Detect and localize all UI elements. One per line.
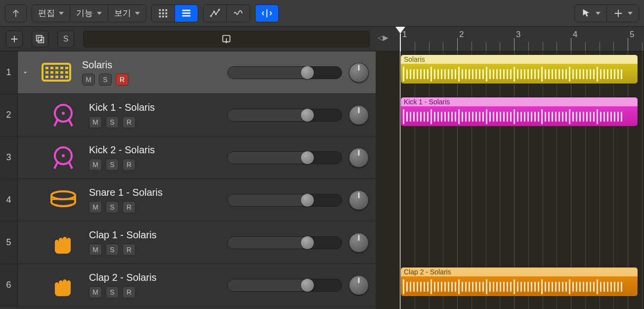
solo-button[interactable]: S [106,116,119,128]
svg-rect-5 [166,12,168,14]
chevron-down-icon [135,12,140,15]
track-number: 2 [0,94,18,136]
grid-icon [158,8,169,19]
svg-rect-7 [162,15,164,17]
view-menu[interactable]: 보기 [108,5,146,22]
track-number: 4 [0,179,18,221]
volume-slider[interactable] [227,151,342,164]
track-name: Clap 2 - Solaris [89,272,227,283]
volume-slider[interactable] [227,66,342,79]
kick-icon [40,136,87,178]
chevron-down-icon [596,12,601,15]
volume-slider[interactable] [227,109,342,122]
track-row[interactable]: 6Clap 2 - SolarisMSR [0,264,376,307]
snap-tool[interactable] [607,5,639,22]
list-view-button[interactable] [175,5,198,22]
track-header-bar: S [0,27,376,51]
region[interactable]: Kick 1 - Solaris [400,97,638,127]
global-solo-button[interactable]: S [57,31,74,47]
region-name: Kick 1 - Solaris [401,97,638,106]
drum-machine-icon [33,51,80,93]
global-solo-label: S [63,35,69,44]
list-icon [181,8,192,19]
record-enable-button[interactable]: R [123,244,135,256]
pan-knob[interactable] [349,233,369,253]
svg-rect-10 [182,12,191,14]
region[interactable]: Clap 2 - Solaris [400,267,638,297]
flex-icon [233,8,244,19]
pointer-tool[interactable] [575,5,607,22]
track-number: 1 [0,51,18,93]
main-area: S 1SolarisMSR2Kick 1 - SolarisMSR3Kick 2… [0,27,644,309]
region-name: Solaris [401,55,638,64]
track-inspector-button[interactable] [83,31,370,47]
grid-view-button[interactable] [152,5,175,22]
solo-button[interactable]: S [106,201,119,213]
mute-button[interactable]: M [89,116,102,128]
back-up-button[interactable] [5,5,26,22]
solo-button[interactable]: S [99,74,112,86]
solo-button[interactable]: S [106,286,119,298]
duplicate-track-button[interactable] [32,31,48,47]
catch-playhead-button[interactable] [256,5,278,22]
ruler-tick [514,38,515,51]
track-name: Solaris [82,59,227,71]
playhead[interactable] [395,27,405,34]
track-number: 5 [0,221,18,264]
volume-slider[interactable] [227,194,342,207]
record-enable-button[interactable]: R [123,286,135,298]
add-track-button[interactable] [6,31,23,47]
svg-point-14 [215,13,217,15]
pointer-icon [581,8,592,19]
track-name: Snare 1 - Solaris [89,187,227,198]
svg-rect-1 [162,9,164,11]
pan-knob[interactable] [349,148,369,168]
solo-button[interactable]: S [106,159,119,171]
chevron-down-icon [97,12,102,15]
track-row[interactable]: 5Clap 1 - SolarisMSR [0,221,376,264]
mute-button[interactable]: M [89,159,102,171]
snap-icon [613,8,624,19]
edit-menu[interactable]: 편집 [32,5,70,22]
function-menu[interactable]: 기능 [70,5,108,22]
snare-icon [40,179,87,221]
pan-knob[interactable] [349,190,369,210]
pan-knob[interactable] [349,63,369,83]
track-row[interactable]: 2Kick 1 - SolarisMSR [0,94,376,136]
ruler-bar-label: 4 [573,30,577,40]
mute-button[interactable]: M [89,201,102,213]
svg-rect-11 [182,15,191,16]
automation-button[interactable] [204,5,227,22]
pan-knob[interactable] [349,105,369,125]
mute-button[interactable]: M [89,244,102,256]
ruler-tick [628,38,628,51]
duplicate-icon [35,34,45,44]
track-row[interactable]: 1SolarisMSR [0,51,376,94]
record-enable-button[interactable]: R [123,159,135,171]
record-enable-button[interactable]: R [123,116,135,128]
solo-button[interactable]: S [106,244,119,256]
cycle-locator-icon[interactable]: ◁▶ [378,34,388,42]
volume-slider[interactable] [227,279,342,292]
pan-knob[interactable] [349,275,369,295]
up-arrow-icon [10,8,21,19]
record-enable-button[interactable]: R [123,201,135,213]
region[interactable]: Solaris [400,54,638,84]
time-ruler[interactable]: ◁▶ 12345 [376,27,644,51]
arrange-grid[interactable]: SolarisKick 1 - SolarisClap 2 - Solaris [376,51,644,309]
svg-rect-3 [159,12,161,14]
track-list: 1SolarisMSR2Kick 1 - SolarisMSR3Kick 2 -… [0,51,376,309]
flex-button[interactable] [227,5,250,22]
track-name: Kick 2 - Solaris [89,144,227,156]
mute-button[interactable]: M [89,286,102,298]
track-number: 3 [0,136,18,178]
ruler-bar-label: 5 [630,30,634,40]
mute-button[interactable]: M [82,74,95,86]
disclosure-toggle[interactable] [18,51,33,93]
svg-rect-6 [159,15,161,17]
chevron-down-icon [628,12,633,15]
track-row[interactable]: 3Kick 2 - SolarisMSR [0,136,376,179]
volume-slider[interactable] [227,236,342,249]
record-enable-button[interactable]: R [116,74,129,86]
track-row[interactable]: 4Snare 1 - SolarisMSR [0,179,376,221]
